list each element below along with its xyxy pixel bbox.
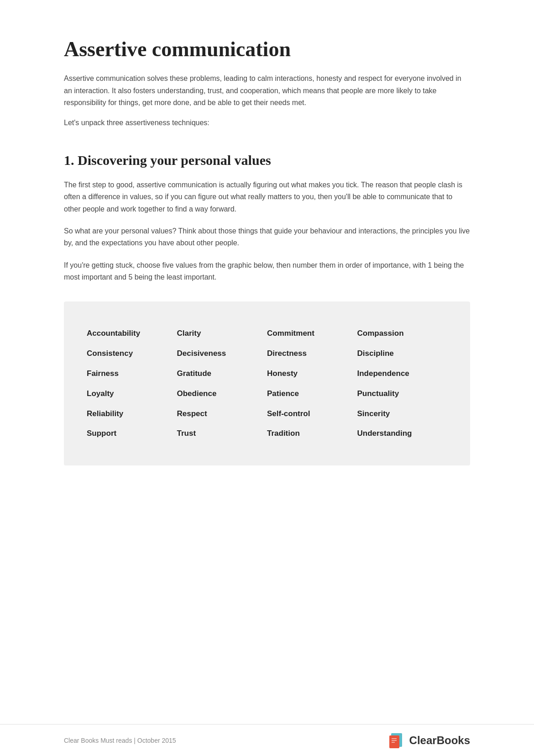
value-self-control: Self-control [267, 404, 357, 424]
value-discipline: Discipline [357, 344, 448, 364]
value-punctuality: Punctuality [357, 384, 448, 404]
value-accountability: Accountability [87, 323, 177, 344]
value-independence: Independence [357, 364, 448, 384]
value-tradition: Tradition [267, 423, 357, 444]
section1-para2: So what are your personal values? Think … [64, 225, 470, 249]
value-gratitude: Gratitude [177, 364, 267, 384]
value-support: Support [87, 423, 177, 444]
value-clarity: Clarity [177, 323, 267, 344]
logo-text: ClearBooks [409, 734, 470, 747]
clearbooks-logo: ClearBooks [388, 731, 470, 750]
value-sincerity: Sincerity [357, 404, 448, 424]
value-understanding: Understanding [357, 423, 448, 444]
value-reliability: Reliability [87, 404, 177, 424]
footer-left-text: Clear Books Must reads | October 2015 [64, 737, 176, 744]
section1-para3: If you're getting stuck, choose five val… [64, 259, 470, 284]
intro-paragraph: Assertive communication solves these pro… [64, 73, 470, 109]
value-loyalty: Loyalty [87, 384, 177, 404]
intro-followup: Let's unpack three assertiveness techniq… [64, 117, 470, 129]
svg-rect-1 [389, 735, 399, 748]
value-patience: Patience [267, 384, 357, 404]
page-title: Assertive communication [64, 37, 470, 62]
value-trust: Trust [177, 423, 267, 444]
logo-books: Books [437, 734, 470, 746]
value-consistency: Consistency [87, 344, 177, 364]
value-compassion: Compassion [357, 323, 448, 344]
value-honesty: Honesty [267, 364, 357, 384]
value-respect: Respect [177, 404, 267, 424]
value-fairness: Fairness [87, 364, 177, 384]
section1-title: 1. Discovering your personal values [64, 151, 470, 169]
value-obedience: Obedience [177, 384, 267, 404]
footer-right: ClearBooks [388, 731, 470, 750]
value-commitment: Commitment [267, 323, 357, 344]
section1-para1: The first step to good, assertive commun… [64, 179, 470, 215]
clearbooks-logo-icon [388, 731, 406, 750]
values-box: Accountability Clarity Commitment Compas… [64, 301, 470, 465]
values-grid: Accountability Clarity Commitment Compas… [87, 323, 447, 444]
value-directness: Directness [267, 344, 357, 364]
footer: Clear Books Must reads | October 2015 Cl… [0, 724, 534, 756]
logo-clear: Clear [409, 734, 437, 746]
value-decisiveness: Decisiveness [177, 344, 267, 364]
